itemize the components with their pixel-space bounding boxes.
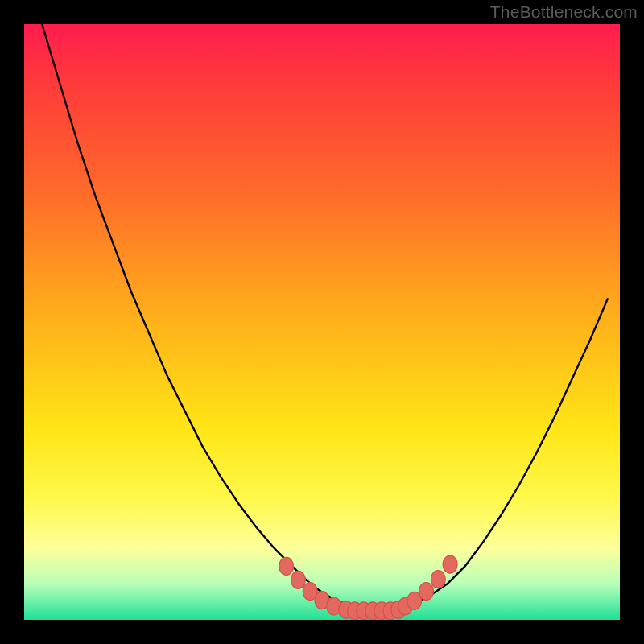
curve-marker: [419, 583, 434, 601]
plot-area: [24, 24, 620, 620]
curve-marker: [443, 555, 457, 573]
chart-frame: TheBottleneck.com: [0, 0, 644, 644]
marker-cluster: [279, 555, 457, 620]
chart-svg: [24, 24, 620, 620]
watermark-text: TheBottleneck.com: [490, 2, 638, 22]
curve-marker: [291, 571, 305, 588]
bottleneck-curve-path: [42, 24, 608, 611]
curve-marker: [431, 571, 445, 588]
curve-marker: [279, 557, 294, 575]
